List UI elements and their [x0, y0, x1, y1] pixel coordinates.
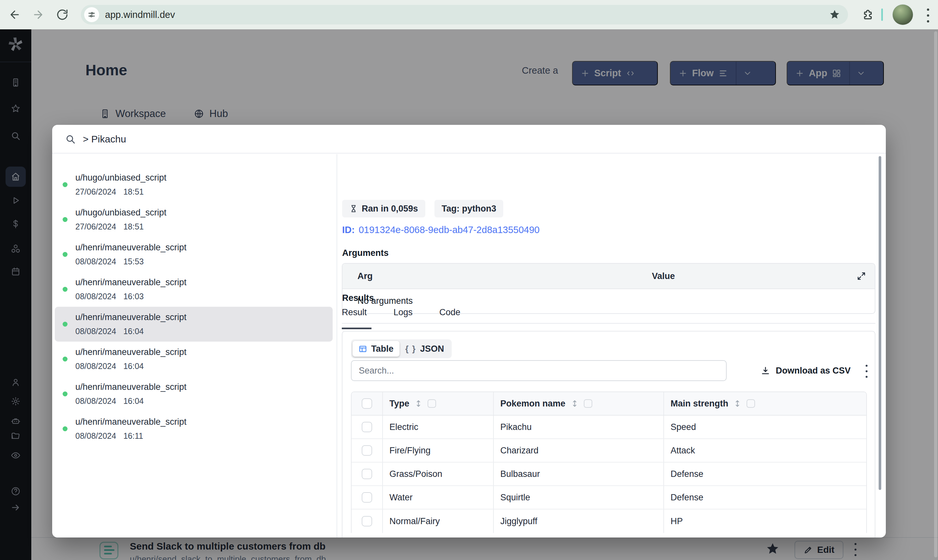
run-list-item[interactable]: u/henri/maneuverable_script 08/08/202416…: [55, 377, 333, 411]
run-list-item[interactable]: u/henri/maneuverable_script 08/08/202416…: [55, 272, 333, 307]
browser-forward-icon[interactable]: [32, 8, 45, 21]
select-all-checkbox[interactable]: [362, 398, 372, 409]
column-header-pokemon-name: Pokemon name: [500, 398, 565, 409]
cell-pokemon-name: Pikachu: [493, 415, 663, 438]
run-date: 08/08/2024: [75, 257, 116, 266]
braces-icon: { }: [405, 344, 416, 354]
result-table-header: Type Pokemon name Main strength: [351, 392, 866, 415]
row-checkbox[interactable]: [362, 422, 372, 432]
row-checkbox[interactable]: [362, 516, 372, 526]
result-table: Type Pokemon name Main strength: [351, 391, 867, 533]
browser-back-icon[interactable]: [8, 8, 21, 21]
result-search-input[interactable]: [351, 360, 727, 381]
table-row[interactable]: Grass/Poison Bulbasaur Defense: [351, 463, 866, 486]
column-filter-checkbox[interactable]: [584, 399, 592, 408]
run-list-item[interactable]: u/henri/maneuverable_script 08/08/202416…: [55, 411, 333, 446]
success-status-dot: [63, 391, 68, 396]
run-date: 27/06/2024: [75, 187, 116, 197]
run-path: u/henri/maneuverable_script: [75, 347, 186, 357]
view-toggle: Table { } JSON: [351, 339, 452, 358]
row-checkbox[interactable]: [362, 492, 372, 503]
cell-main-strength: Attack: [663, 439, 866, 462]
success-status-dot: [63, 287, 68, 292]
cell-main-strength: Speed: [663, 415, 866, 438]
row-checkbox[interactable]: [362, 445, 372, 456]
download-csv-label: Download as CSV: [776, 366, 850, 376]
sort-icon[interactable]: [414, 399, 423, 408]
search-icon: [65, 134, 75, 145]
cell-pokemon-name: Jigglypuff: [493, 509, 663, 533]
cell-type: Electric: [382, 415, 493, 438]
tab-logs[interactable]: Logs: [394, 308, 413, 323]
run-date: 08/08/2024: [75, 327, 116, 336]
cell-type: Fire/Flying: [382, 439, 493, 462]
result-panel: Table { } JSON Download as CSV Type: [342, 331, 875, 537]
result-menu-icon[interactable]: [866, 365, 867, 378]
run-date: 08/08/2024: [75, 396, 116, 406]
run-id-link[interactable]: ID: 0191324e-8068-9edb-ab47-2d8a13550490: [342, 225, 539, 235]
arguments-table: Arg Value No arguments: [342, 263, 875, 314]
table-view-label: Table: [371, 344, 394, 354]
run-list-item[interactable]: u/henri/maneuverable_script 08/08/202416…: [55, 342, 333, 377]
json-view-button[interactable]: { } JSON: [399, 341, 450, 357]
table-row[interactable]: Fire/Flying Charizard Attack: [351, 439, 866, 463]
row-checkbox[interactable]: [362, 469, 372, 479]
modal-scrollbar[interactable]: [879, 156, 881, 490]
run-list-item[interactable]: u/hugo/unbiased_script 27/06/202418:51: [55, 167, 333, 202]
column-header-type: Type: [390, 398, 409, 409]
search-modal: u/hugo/unbiased_script 27/06/202418:51 u…: [52, 125, 886, 537]
run-list-item-selected[interactable]: u/henri/maneuverable_script 08/08/202416…: [55, 307, 333, 342]
run-date: 08/08/2024: [75, 431, 116, 441]
cell-pokemon-name: Bulbasaur: [493, 463, 663, 485]
tab-result[interactable]: Result: [342, 308, 367, 323]
run-path: u/hugo/unbiased_script: [75, 173, 166, 183]
run-date: 08/08/2024: [75, 292, 116, 301]
cell-pokemon-name: Squirtle: [493, 486, 663, 509]
run-path: u/henri/maneuverable_script: [75, 417, 186, 427]
tab-code[interactable]: Code: [439, 308, 461, 323]
browser-chrome: app.windmill.dev: [0, 0, 938, 29]
table-row[interactable]: Water Squirtle Defense: [351, 486, 866, 509]
site-settings-icon[interactable]: [84, 7, 99, 22]
run-path: u/henri/maneuverable_script: [75, 382, 186, 392]
run-date: 27/06/2024: [75, 222, 116, 231]
run-time: 18:51: [123, 222, 144, 231]
run-id-label: ID:: [342, 225, 355, 235]
bookmark-star-icon[interactable]: [829, 9, 840, 20]
run-duration-label: Ran in 0,059s: [362, 204, 418, 214]
run-tag-badge: Tag: python3: [434, 200, 503, 217]
page: Home Create a Script Flow App Workspace: [0, 29, 938, 560]
column-filter-checkbox[interactable]: [428, 399, 436, 408]
arguments-section-label: Arguments: [342, 248, 389, 258]
run-time: 18:51: [123, 187, 144, 197]
sort-icon[interactable]: [733, 399, 742, 408]
address-bar[interactable]: app.windmill.dev: [81, 5, 848, 25]
sort-icon[interactable]: [570, 399, 579, 408]
browser-reload-icon[interactable]: [56, 8, 68, 21]
results-tabs: Result Logs Code: [342, 308, 875, 324]
download-csv-button[interactable]: Download as CSV: [761, 360, 850, 381]
modal-search-header: [52, 125, 886, 154]
avatar[interactable]: [892, 4, 913, 25]
run-path: u/henri/maneuverable_script: [75, 277, 186, 288]
table-row[interactable]: Normal/Fairy Jigglypuff HP: [351, 509, 866, 533]
run-list-item[interactable]: u/henri/maneuverable_script 08/08/202415…: [55, 237, 333, 272]
page-scrollbar[interactable]: [934, 31, 937, 557]
run-list-pane: u/hugo/unbiased_script 27/06/202418:51 u…: [52, 154, 337, 537]
cell-main-strength: Defense: [663, 463, 866, 485]
arguments-table-header: Arg Value: [342, 264, 875, 289]
cell-pokemon-name: Charizard: [493, 439, 663, 462]
extensions-icon[interactable]: [862, 8, 874, 21]
run-id-value: 0191324e-8068-9edb-ab47-2d8a13550490: [359, 225, 540, 235]
hourglass-icon: [349, 205, 358, 213]
modal-search-input[interactable]: [83, 125, 539, 154]
column-filter-checkbox[interactable]: [747, 399, 755, 408]
run-time: 16:03: [123, 292, 144, 301]
run-list-item[interactable]: u/hugo/unbiased_script 27/06/202418:51: [55, 202, 333, 237]
browser-menu-icon[interactable]: [927, 8, 929, 23]
cell-type: Grass/Poison: [382, 463, 493, 485]
expand-icon[interactable]: [856, 271, 875, 281]
value-column-header: Value: [490, 271, 837, 281]
table-view-button[interactable]: Table: [353, 341, 399, 357]
table-row[interactable]: Electric Pikachu Speed: [351, 415, 866, 439]
